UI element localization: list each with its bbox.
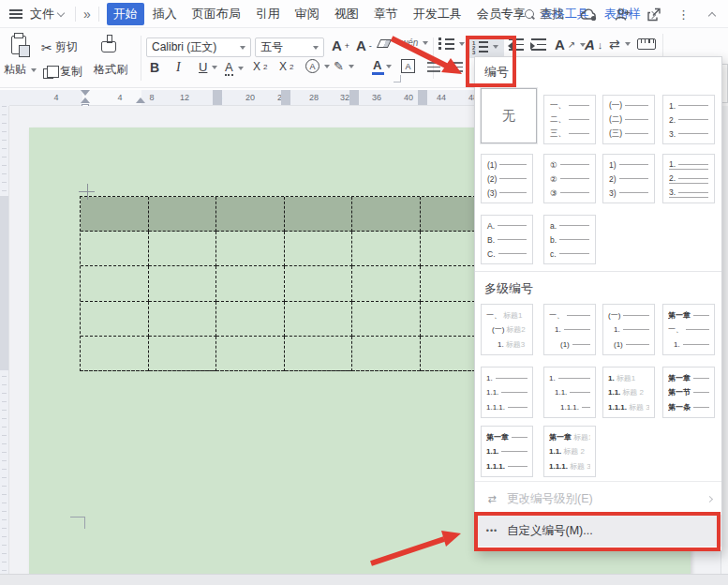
tab-开始[interactable]: 开始 (107, 3, 144, 25)
file-menu[interactable]: 文件 (30, 6, 54, 22)
shrink-font-button[interactable]: A- (356, 38, 372, 53)
numbered-list-button[interactable]: 123 (468, 36, 504, 58)
tab-审阅[interactable]: 审阅 (289, 3, 326, 25)
decrease-indent-button[interactable] (508, 38, 524, 51)
numbering-option[interactable]: ①②③ (543, 154, 596, 203)
multilevel-numbering-option[interactable]: 第一章一、1. (662, 304, 715, 355)
find-button[interactable]: 查找 (525, 6, 564, 22)
text-effects-button[interactable]: A↗ (555, 37, 586, 52)
ribbon-collapse-button[interactable]: » (83, 7, 91, 22)
enclose-character-button[interactable]: A (305, 59, 330, 73)
table-cell[interactable] (81, 232, 149, 266)
accent-mark-button[interactable]: A (225, 60, 244, 76)
multilevel-numbering-option[interactable]: 一、1.(1) (543, 304, 596, 355)
multilevel-numbering-option[interactable]: (一)1.(1) (602, 304, 655, 355)
table-cell[interactable] (285, 266, 353, 301)
right-indent-marker[interactable] (136, 98, 145, 103)
page-setup-button[interactable] (637, 38, 656, 50)
grow-font-button[interactable]: A+ (332, 38, 349, 53)
sort-button[interactable]: A↓ (585, 37, 602, 52)
character-border-button[interactable]: A (401, 59, 415, 73)
table-cell[interactable] (285, 337, 353, 371)
table-header-cell[interactable] (149, 197, 217, 232)
numbering-option[interactable]: 1.2.3. (662, 154, 715, 203)
bold-button[interactable]: B (150, 60, 159, 75)
invite-user-icon[interactable] (615, 8, 631, 22)
table-cell[interactable] (285, 232, 353, 266)
numbering-option-none[interactable]: 无 (481, 88, 537, 143)
numbering-option[interactable]: a.b.c. (543, 215, 596, 264)
table-cell[interactable] (216, 266, 285, 301)
multilevel-numbering-option[interactable]: 第一章第一节第一条 (662, 367, 715, 418)
multilevel-numbering-option[interactable]: 第一章标题11.1.标题 21.1.1.标题 3 (543, 426, 596, 477)
table-cell[interactable] (216, 302, 285, 337)
table-cell[interactable] (352, 302, 421, 337)
numbering-option[interactable]: A.B.C. (481, 215, 533, 264)
custom-numbering-menuitem[interactable]: ••• 自定义编号(M)... (475, 515, 721, 547)
table-header-cell[interactable] (285, 197, 353, 232)
tab-插入[interactable]: 插入 (146, 3, 184, 25)
table-cell[interactable] (216, 337, 285, 371)
table-cell[interactable] (81, 302, 149, 337)
pinyin-guide-button[interactable]: wén (401, 38, 428, 48)
table-cell[interactable] (149, 337, 217, 371)
table-cell[interactable] (149, 266, 217, 301)
multilevel-numbering-option[interactable]: 第一章1.1.1.1.1. (481, 426, 533, 477)
table-cell[interactable] (285, 302, 353, 337)
tab-章节[interactable]: 章节 (367, 3, 405, 25)
copy-button[interactable]: 复制 (43, 64, 82, 80)
cloud-sync-icon[interactable] (580, 8, 599, 22)
table-cell[interactable] (149, 232, 217, 266)
more-options-icon[interactable]: ⋮ (677, 8, 690, 22)
text-direction-button[interactable]: ⇄ (609, 37, 631, 52)
highlight-button[interactable]: ✎ (334, 59, 354, 73)
font-name-select[interactable]: Calibri (正文) (146, 38, 251, 57)
paste-button[interactable]: 粘贴 (4, 62, 37, 78)
table-header-cell[interactable] (216, 197, 285, 232)
table-cell[interactable] (352, 337, 421, 371)
table-header-cell[interactable] (352, 197, 421, 232)
multilevel-numbering-option[interactable]: 1.标题11.1.标题 21.1.1.标题 3 (602, 367, 655, 418)
table-header-cell[interactable] (81, 197, 149, 232)
table-cell[interactable] (149, 302, 217, 337)
align-center-button[interactable] (450, 62, 463, 72)
tab-开发工具[interactable]: 开发工具 (407, 3, 468, 25)
first-line-indent-marker[interactable] (81, 90, 90, 96)
multilevel-numbering-option[interactable]: 1.1.1.1.1.1. (481, 367, 533, 418)
subscript-button[interactable]: X2 (279, 60, 293, 73)
numbering-option[interactable]: 1)2)3) (602, 154, 655, 203)
numbering-option[interactable]: (1)(2)(3) (481, 154, 533, 203)
clear-format-button[interactable] (379, 39, 390, 48)
tab-会员专享[interactable]: 会员专享 (470, 3, 532, 25)
font-color-button[interactable]: A (373, 58, 392, 75)
format-painter-button[interactable]: 格式刷 (94, 62, 127, 78)
hanging-indent-marker[interactable] (81, 98, 90, 103)
numbering-option[interactable]: 1.2.3. (662, 95, 715, 144)
tab-页面布局[interactable]: 页面布局 (186, 3, 247, 25)
underline-button[interactable]: U (199, 60, 217, 74)
paste-icon[interactable] (11, 36, 26, 54)
multilevel-numbering-option[interactable]: 1.1.1.1.1.1. (543, 367, 596, 418)
cut-button[interactable]: ✂剪切 (41, 39, 78, 55)
numbering-option[interactable]: (一)(二)(三) (602, 95, 655, 144)
numbering-option[interactable]: 一、二、三、 (543, 95, 596, 144)
increase-indent-button[interactable] (530, 38, 546, 51)
table-cell[interactable] (352, 232, 421, 266)
collapse-ribbon-icon[interactable] (708, 12, 716, 20)
main-menu-icon[interactable] (9, 9, 22, 19)
vertical-ruler[interactable] (0, 106, 9, 574)
tab-视图[interactable]: 视图 (328, 3, 365, 25)
font-size-select[interactable]: 五号 (255, 38, 324, 57)
format-painter-icon[interactable] (101, 34, 116, 52)
chevron-down-icon[interactable] (57, 8, 65, 16)
share-icon[interactable] (646, 8, 661, 22)
bullet-list-button[interactable] (438, 38, 465, 51)
table-cell[interactable] (81, 266, 149, 301)
italic-button[interactable]: I (176, 60, 181, 75)
table-cell[interactable] (352, 266, 421, 301)
tab-引用[interactable]: 引用 (249, 3, 287, 25)
superscript-button[interactable]: X2 (253, 60, 267, 73)
table-cell[interactable] (81, 337, 149, 371)
multilevel-numbering-option[interactable]: 一、标题1(一)标题21.标题3 (481, 304, 533, 355)
align-left-button[interactable] (427, 62, 440, 72)
